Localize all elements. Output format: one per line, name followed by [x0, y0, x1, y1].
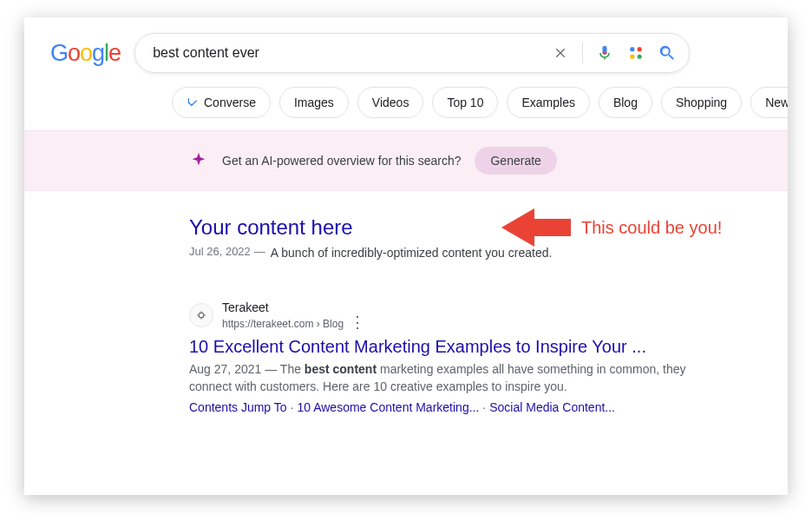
chip-converse[interactable]: Converse — [172, 87, 271, 118]
mic-icon[interactable] — [595, 43, 614, 63]
svg-rect-0 — [630, 47, 634, 51]
dash: — — [254, 245, 265, 258]
more-icon[interactable]: ⋮ — [350, 313, 365, 331]
search-result: Terakeet https://terakeet.com › Blog ⋮ 1… — [189, 300, 710, 415]
header: Google — [24, 24, 788, 82]
annotation: This could be you! — [501, 201, 722, 254]
svg-marker-4 — [501, 208, 571, 247]
converse-icon — [187, 96, 199, 109]
generate-button[interactable]: Generate — [475, 147, 556, 175]
chip-news[interactable]: News — [750, 87, 788, 118]
search-bar[interactable] — [134, 33, 690, 73]
placeholder-date: Jul 26, 2022 — [189, 245, 251, 258]
chip-label: Shopping — [676, 96, 727, 109]
chip-videos[interactable]: Videos — [357, 87, 424, 118]
result-site-name: Terakeet — [222, 300, 365, 314]
chip-top10[interactable]: Top 10 — [432, 87, 498, 118]
clear-icon[interactable] — [551, 43, 570, 63]
chip-label: Top 10 — [447, 96, 483, 109]
chip-label: Blog — [613, 96, 638, 109]
result-snippet: Aug 27, 2021 — The best content marketin… — [189, 360, 710, 396]
filter-chips: Converse Images Videos Top 10 Examples B… — [24, 82, 788, 130]
chip-shopping[interactable]: Shopping — [661, 87, 742, 118]
sitelink[interactable]: 10 Awesome Content Marketing... — [297, 400, 479, 414]
search-icon[interactable] — [658, 43, 677, 63]
chip-label: Videos — [372, 96, 409, 109]
search-input[interactable] — [153, 45, 551, 61]
result-title[interactable]: 10 Excellent Content Marketing Examples … — [189, 337, 710, 357]
chip-label: Converse — [204, 96, 256, 109]
result-sitelinks: Contents Jump To·10 Awesome Content Mark… — [189, 400, 710, 414]
svg-point-5 — [199, 313, 204, 318]
favicon — [189, 303, 213, 327]
chip-blog[interactable]: Blog — [599, 87, 652, 118]
sitelink[interactable]: Social Media Content... — [489, 400, 615, 414]
svg-rect-1 — [638, 47, 642, 51]
svg-rect-2 — [630, 55, 634, 59]
annotation-text: This could be you! — [581, 218, 722, 238]
chip-label: Images — [294, 96, 334, 109]
arrow-icon — [501, 201, 571, 254]
divider — [582, 43, 583, 63]
svg-point-3 — [638, 55, 642, 59]
google-logo[interactable]: Google — [50, 40, 121, 67]
result-url[interactable]: https://terakeet.com › Blog — [222, 318, 344, 330]
chip-label: News — [765, 96, 788, 109]
sparkle-icon — [189, 151, 208, 170]
lens-icon[interactable] — [626, 43, 645, 63]
chip-images[interactable]: Images — [279, 87, 349, 118]
sitelink[interactable]: Contents Jump To — [189, 400, 287, 414]
ai-overview-banner: Get an AI-powered overview for this sear… — [24, 130, 788, 191]
chip-label: Examples — [521, 96, 574, 109]
chip-examples[interactable]: Examples — [507, 87, 589, 118]
ai-banner-text: Get an AI-powered overview for this sear… — [222, 154, 461, 168]
